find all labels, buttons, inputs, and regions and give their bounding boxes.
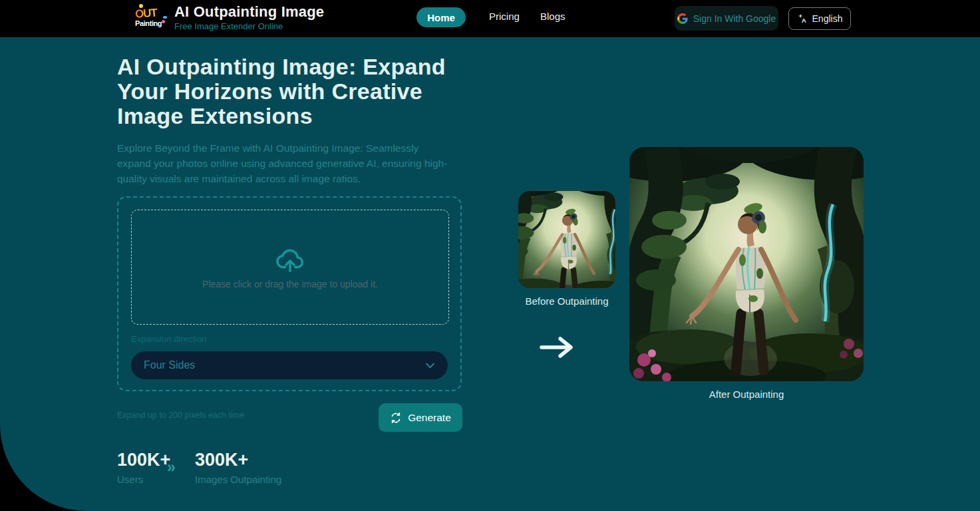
expansion-direction-value: Four Sides [131, 359, 426, 371]
logo-paint-dot [162, 20, 165, 23]
after-caption: After Outpainting [629, 389, 864, 400]
language-selector-button[interactable]: A English [788, 7, 851, 30]
after-outpainting-image [629, 147, 864, 381]
translate-icon: A [797, 13, 808, 24]
site-title: AI Outpainting Image [174, 3, 324, 21]
chevron-down-icon [426, 363, 434, 369]
cloud-upload-icon [273, 246, 307, 276]
nav-blogs[interactable]: Blogs [540, 11, 566, 22]
nav-pricing[interactable]: Pricing [489, 11, 520, 22]
nav-home[interactable]: Home [416, 7, 466, 27]
double-chevron-icon: » [167, 458, 176, 476]
site-subtitle: Free Image Extender Online [174, 21, 324, 31]
site-logo[interactable]: OUT Painting [135, 3, 170, 35]
generate-button[interactable]: Generate [379, 403, 462, 432]
page-title: AI Outpainting Image: Expand Your Horizo… [117, 55, 480, 128]
page-description: Explore Beyond the Frame with AI Outpain… [117, 140, 453, 186]
stat-images-value: 300K+ [195, 450, 248, 470]
upload-card: Please click or drag the image to upload… [117, 196, 462, 391]
expand-limit-note: Expand up to 200 pixels each time [117, 411, 244, 420]
site-title-block: AI Outpainting Image Free Image Extender… [174, 3, 324, 31]
google-sign-in-label: Sign In With Google [693, 13, 776, 24]
expansion-direction-label: Expansion direction [131, 334, 206, 344]
stat-users-label: Users [117, 474, 143, 485]
logo-text-out: OUT [134, 6, 170, 21]
stat-users-value: 100K+ [117, 450, 170, 470]
before-caption: Before Outpainting [518, 295, 615, 307]
before-outpainting-image [518, 191, 615, 288]
right-arrow-icon [536, 334, 577, 361]
svg-text:A: A [801, 17, 806, 24]
main-section: AI Outpainting Image: Expand Your Horizo… [0, 37, 980, 511]
google-icon [677, 13, 688, 24]
image-upload-dropzone[interactable]: Please click or drag the image to upload… [131, 210, 449, 325]
upload-hint-text: Please click or drag the image to upload… [202, 279, 378, 289]
header: OUT Painting AI Outpainting Image Free I… [0, 0, 980, 37]
generate-label: Generate [408, 412, 451, 424]
expansion-direction-select[interactable]: Four Sides [131, 351, 448, 379]
generate-icon [390, 412, 402, 424]
google-sign-in-button[interactable]: Sign In With Google [675, 6, 778, 31]
stat-images-label: Images Outpainting [195, 474, 281, 485]
language-label: English [812, 13, 843, 24]
